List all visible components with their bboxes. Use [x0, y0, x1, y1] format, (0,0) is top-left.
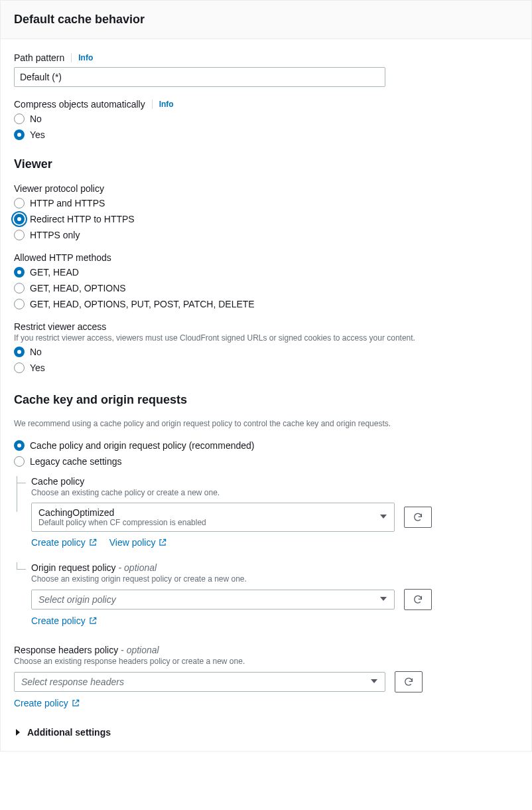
panel-header: Default cache behavior — [1, 1, 531, 39]
caret-down-icon — [379, 594, 387, 605]
path-pattern-field: Path pattern Info — [14, 52, 518, 87]
cache-policy-branch: Cache policy Choose an existing cache po… — [17, 476, 518, 548]
response-headers-field: Response headers policy - optional Choos… — [14, 645, 518, 708]
radio-icon — [14, 283, 25, 293]
caret-down-icon — [379, 512, 387, 523]
external-link-icon — [88, 538, 98, 547]
radio-label: Yes — [30, 363, 45, 373]
origin-policy-helper: Choose an existing origin request policy… — [31, 574, 518, 584]
panel-title: Default cache behavior — [14, 13, 518, 27]
radio-label: No — [30, 114, 42, 124]
cache-policy-helper: Choose an existing cache policy or creat… — [31, 488, 518, 497]
radio-icon — [14, 198, 25, 208]
response-headers-placeholder: Select response headers — [21, 677, 365, 687]
viewer-protocol-http-https[interactable]: HTTP and HTTPS — [14, 198, 518, 208]
allowed-methods-group: GET, HEAD GET, HEAD, OPTIONS GET, HEAD, … — [14, 267, 518, 309]
origin-policy-branch: Origin request policy - optional Choose … — [17, 562, 518, 626]
refresh-icon — [413, 512, 423, 523]
radio-label: GET, HEAD, OPTIONS — [30, 283, 126, 293]
radio-label: Cache policy and origin request policy (… — [30, 440, 255, 451]
additional-settings-label: Additional settings — [27, 727, 111, 738]
refresh-icon — [413, 594, 423, 605]
external-link-icon — [158, 538, 167, 547]
cache-policy-value: CachingOptimized — [38, 507, 374, 518]
radio-icon — [14, 129, 25, 140]
origin-policy-create-link[interactable]: Create policy — [31, 615, 98, 626]
cache-policy-view-link[interactable]: View policy — [109, 537, 168, 548]
cache-behavior-panel: Default cache behavior Path pattern Info… — [0, 0, 532, 752]
response-headers-label: Response headers policy - optional — [14, 645, 518, 655]
radio-label: No — [30, 347, 42, 357]
radio-icon — [14, 114, 25, 124]
path-pattern-input[interactable] — [14, 67, 385, 87]
allowed-methods-all[interactable]: GET, HEAD, OPTIONS, PUT, POST, PATCH, DE… — [14, 299, 518, 309]
compress-no-option[interactable]: No — [14, 114, 518, 124]
radio-label: Yes — [30, 129, 45, 140]
viewer-protocol-redirect[interactable]: Redirect HTTP to HTTPS — [14, 214, 518, 224]
compress-field: Compress objects automatically Info No Y… — [14, 99, 518, 140]
origin-policy-refresh-button[interactable] — [404, 589, 432, 610]
response-headers-create-link[interactable]: Create policy — [14, 698, 80, 708]
restrict-access-label: Restrict viewer access — [14, 321, 518, 332]
origin-policy-label: Origin request policy - optional — [31, 562, 518, 573]
radio-icon — [14, 267, 25, 278]
origin-policy-select[interactable]: Select origin policy — [31, 590, 395, 609]
cache-policy-refresh-button[interactable] — [404, 507, 432, 528]
cache-policy-create-link[interactable]: Create policy — [31, 537, 98, 548]
allowed-methods-field: Allowed HTTP methods GET, HEAD GET, HEAD… — [14, 252, 518, 309]
viewer-protocol-field: Viewer protocol policy HTTP and HTTPS Re… — [14, 183, 518, 240]
viewer-protocol-group: HTTP and HTTPS Redirect HTTP to HTTPS HT… — [14, 198, 518, 240]
response-headers-select[interactable]: Select response headers — [14, 672, 385, 692]
viewer-protocol-label: Viewer protocol policy — [14, 183, 518, 194]
radio-label: HTTP and HTTPS — [30, 198, 105, 208]
radio-label: GET, HEAD, OPTIONS, PUT, POST, PATCH, DE… — [30, 299, 255, 309]
radio-icon — [14, 214, 25, 224]
cache-policy-select[interactable]: CachingOptimized Default policy when CF … — [31, 503, 395, 532]
viewer-heading: Viewer — [14, 157, 518, 171]
radio-icon — [14, 363, 25, 373]
compress-label: Compress objects automatically — [14, 99, 145, 110]
cache-mode-recommended[interactable]: Cache policy and origin request policy (… — [14, 440, 518, 451]
restrict-access-yes[interactable]: Yes — [14, 363, 518, 373]
response-headers-refresh-button[interactable] — [395, 671, 423, 692]
cache-key-heading: Cache key and origin requests — [14, 393, 518, 407]
radio-icon — [14, 299, 25, 309]
restrict-access-field: Restrict viewer access If you restrict v… — [14, 321, 518, 373]
allowed-methods-label: Allowed HTTP methods — [14, 252, 518, 263]
allowed-methods-get-head-options[interactable]: GET, HEAD, OPTIONS — [14, 283, 518, 293]
radio-icon — [14, 230, 25, 240]
radio-label: GET, HEAD — [30, 267, 79, 278]
compress-radio-group: No Yes — [14, 114, 518, 140]
caret-right-icon — [14, 728, 22, 736]
restrict-access-group: No Yes — [14, 347, 518, 373]
radio-label: Redirect HTTP to HTTPS — [30, 214, 135, 224]
caret-down-icon — [370, 677, 378, 687]
allowed-methods-get-head[interactable]: GET, HEAD — [14, 267, 518, 278]
refresh-icon — [403, 677, 414, 687]
radio-icon — [14, 440, 25, 451]
radio-label: HTTPS only — [30, 230, 80, 240]
radio-label: Legacy cache settings — [30, 456, 122, 467]
path-pattern-label: Path pattern — [14, 52, 64, 63]
compress-yes-option[interactable]: Yes — [14, 129, 518, 140]
external-link-icon — [88, 616, 98, 625]
additional-settings-toggle[interactable]: Additional settings — [14, 727, 518, 738]
radio-icon — [14, 347, 25, 357]
external-link-icon — [71, 698, 80, 708]
restrict-access-helper: If you restrict viewer access, viewers m… — [14, 333, 518, 343]
cache-mode-group: Cache policy and origin request policy (… — [14, 440, 518, 467]
radio-icon — [14, 456, 25, 467]
origin-policy-placeholder: Select origin policy — [38, 594, 374, 605]
panel-body: Path pattern Info Compress objects autom… — [1, 39, 531, 751]
cache-policy-label: Cache policy — [31, 476, 518, 487]
restrict-access-no[interactable]: No — [14, 347, 518, 357]
path-pattern-info-link[interactable]: Info — [71, 53, 93, 62]
viewer-protocol-https-only[interactable]: HTTPS only — [14, 230, 518, 240]
cache-policy-sub: Default policy when CF compression is en… — [38, 518, 374, 527]
cache-key-helper: We recommend using a cache policy and or… — [14, 419, 518, 428]
policy-tree: Cache policy Choose an existing cache po… — [14, 476, 518, 626]
cache-mode-legacy[interactable]: Legacy cache settings — [14, 456, 518, 467]
response-headers-helper: Choose an existing response headers poli… — [14, 657, 518, 666]
compress-info-link[interactable]: Info — [152, 100, 174, 109]
